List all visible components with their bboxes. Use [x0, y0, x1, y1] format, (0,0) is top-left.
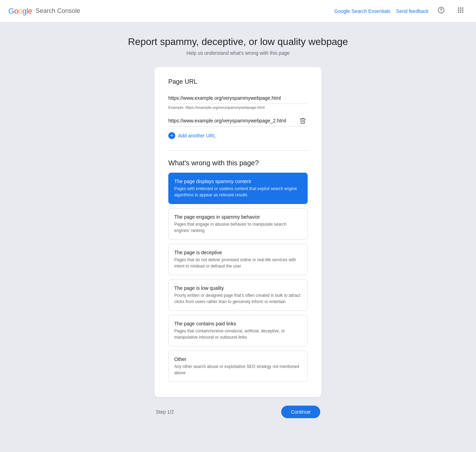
page-title: Report spammy, deceptive, or low quality…	[128, 36, 348, 47]
option-card-paid-links[interactable]: The page contains paid linksPages that c…	[168, 315, 308, 346]
logo-area: Google Search Console	[8, 7, 80, 16]
url-section-title: Page URL	[168, 78, 308, 85]
apps-grid-icon	[457, 7, 464, 15]
form-footer: Step 1/2 Continue	[154, 406, 322, 418]
step-label: Step 1/2	[156, 409, 174, 415]
option-card-other[interactable]: OtherAny other search abuse or exploitat…	[168, 351, 308, 382]
google-search-essentials-link[interactable]: Google Search Essentials	[335, 8, 391, 14]
header: Google Search Console Google Search Esse…	[0, 0, 476, 22]
option-card-spammy-content[interactable]: The page displays spammy contentPages wi…	[168, 173, 308, 204]
section-divider	[168, 150, 308, 151]
main-content: Report spammy, deceptive, or low quality…	[0, 22, 476, 446]
option-desc-other: Any other search abuse or exploitative S…	[174, 363, 302, 376]
header-nav: Google Search Essentials Send feedback	[335, 4, 468, 18]
url1-hint: Example: https://example.org/veryspammyw…	[168, 105, 308, 110]
option-title-paid-links: The page contains paid links	[174, 321, 302, 326]
url2-row	[168, 115, 308, 127]
option-title-spammy-behavior: The page engages in spammy behavior	[174, 214, 302, 220]
wrong-section-title: What's wrong with this page?	[168, 159, 308, 167]
delete-url2-button[interactable]	[298, 116, 308, 126]
option-title-deceptive: The page is deceptive	[174, 250, 302, 255]
svg-rect-9	[460, 12, 461, 13]
svg-rect-8	[458, 12, 459, 13]
form-card: Page URL Example: https://example.org/ve…	[154, 67, 322, 397]
continue-button[interactable]: Continue	[281, 406, 320, 418]
option-desc-spammy-content: Pages with irrelevant or useless content…	[174, 186, 302, 198]
svg-rect-2	[458, 8, 459, 9]
option-card-deceptive[interactable]: The page is deceptivePages that do not d…	[168, 244, 308, 275]
svg-rect-6	[460, 9, 461, 10]
url2-input[interactable]	[168, 115, 298, 126]
add-url-button[interactable]: + Add another URL	[168, 129, 216, 142]
option-desc-spammy-behavior: Pages that engage in abusive behavior to…	[174, 221, 302, 234]
url1-input[interactable]	[168, 92, 308, 104]
option-title-low-quality: The page is low quality	[174, 285, 302, 291]
option-card-low-quality[interactable]: The page is low qualityPoorly written or…	[168, 279, 308, 311]
help-circle-icon	[438, 7, 445, 15]
option-title-other: Other	[174, 356, 302, 362]
option-desc-deceptive: Pages that do not deliver promised onlin…	[174, 257, 302, 269]
apps-button[interactable]	[454, 4, 468, 18]
option-card-spammy-behavior[interactable]: The page engages in spammy behaviorPages…	[168, 208, 308, 240]
send-feedback-link[interactable]: Send feedback	[396, 8, 429, 14]
svg-rect-5	[458, 9, 459, 10]
option-title-spammy-content: The page displays spammy content	[174, 179, 302, 184]
option-desc-paid-links: Pages that contain/receive unnatural, ar…	[174, 328, 302, 340]
svg-rect-3	[460, 8, 461, 9]
option-desc-low-quality: Poorly written or designed page that's o…	[174, 292, 302, 305]
url1-wrapper: Example: https://example.org/veryspammyw…	[168, 92, 308, 110]
trash-icon	[299, 117, 306, 124]
svg-rect-7	[462, 9, 463, 10]
help-button[interactable]	[434, 4, 448, 18]
add-url-label: Add another URL	[178, 133, 216, 138]
google-logo: Google	[8, 7, 32, 16]
add-icon: +	[168, 132, 175, 139]
svg-rect-4	[462, 8, 463, 9]
svg-rect-10	[462, 12, 463, 13]
options-list: The page displays spammy contentPages wi…	[168, 173, 308, 382]
product-name: Search Console	[36, 7, 80, 15]
page-subtitle: Help us understand what's wrong with thi…	[186, 50, 290, 56]
